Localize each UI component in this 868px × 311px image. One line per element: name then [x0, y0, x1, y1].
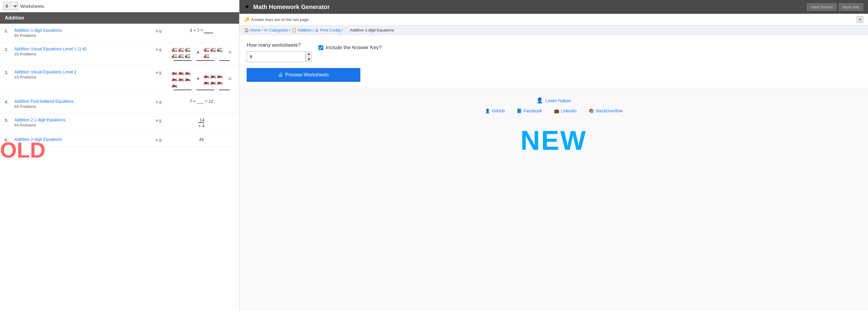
- stackoverflow-icon: 📚: [589, 109, 594, 113]
- emoji: 🏍️: [172, 69, 178, 75]
- facebook-link[interactable]: 📘 Facebook: [517, 109, 542, 113]
- user-avatar-icon: 👤: [536, 97, 543, 104]
- github-icon: 👤: [485, 109, 490, 113]
- topbar-left: ✦ Math Homework Generator: [244, 3, 330, 11]
- spinner-down-button[interactable]: ▼: [306, 57, 312, 62]
- item-preview-vertical2: 44: [168, 137, 235, 142]
- item-info: Addition Find Addend Equations 64 Proble…: [14, 99, 152, 109]
- view-source-button[interactable]: View Source: [807, 3, 837, 11]
- breadcrumb-print-config[interactable]: 🖨 Print Config: [315, 28, 340, 32]
- item-title-link[interactable]: Addition 2-digit Equations: [14, 137, 62, 142]
- item-title-link[interactable]: Addition 2-1 digit Equations: [14, 117, 65, 122]
- visual-block: 🚛 🚛 🚛 🚛 🚛 🚛 + 🚛 🚛 🚛 🚛: [172, 47, 232, 61]
- breadcrumb-sep: /: [262, 28, 263, 32]
- github-link[interactable]: 👤 GitHub: [485, 109, 505, 113]
- stackoverflow-link[interactable]: 📚 StackOverflow: [589, 109, 623, 113]
- linkedin-label: LinkedIn: [561, 109, 577, 113]
- item-title-link[interactable]: Addition Find Addend Equations: [14, 99, 74, 104]
- item-number: 3.: [5, 69, 11, 75]
- left-header: 612345 Worksheets: [0, 0, 239, 12]
- config-row: How many worksheets? ▲ ▼ Include the Ans…: [247, 42, 861, 62]
- breadcrumb-home-label: Home: [250, 28, 261, 32]
- emoji: 🏍️: [185, 76, 191, 82]
- item-info: Addition Visual Equations Level 1 (1-6) …: [14, 47, 152, 56]
- item-preview-visual2: 🏍️ 🏍️ 🏍️ 🏍️ 🏍️ 🏍️ 🏍️ + 🏍️ 🏍️: [168, 69, 235, 90]
- vertical-bottom: + 4: [198, 122, 205, 128]
- item-title-link[interactable]: Addition 1-digit Equations: [14, 28, 62, 33]
- item-preview: 3 + 7 =: [168, 28, 235, 33]
- item-preview-vertical: 14 + 4: [168, 117, 235, 128]
- user-row[interactable]: 👤 Lewis Nakao: [536, 97, 571, 104]
- linkedin-icon: 💼: [554, 109, 559, 113]
- eq-underline: [196, 90, 214, 90]
- emoji: 🏍️: [178, 69, 184, 75]
- emoji: 🚛: [178, 53, 184, 58]
- emoji: 🚛: [172, 53, 178, 58]
- worksheet-count-select[interactable]: 612345: [3, 2, 18, 10]
- preview-btn-icon: 🖨: [278, 72, 283, 78]
- list-item: 4. Addition Find Addend Equations 64 Pro…: [0, 95, 239, 113]
- emoji-group-left: 🚛 🚛 🚛 🚛 🚛 🚛: [172, 47, 192, 58]
- worksheets-count-label: How many worksheets?: [247, 42, 307, 48]
- breadcrumb-sep: /: [313, 28, 314, 32]
- linkedin-link[interactable]: 💼 LinkedIn: [554, 109, 577, 113]
- emoji: 🏍️: [185, 69, 191, 75]
- item-number: 5.: [5, 117, 11, 123]
- visual-main-row: 🚛 🚛 🚛 🚛 🚛 🚛 + 🚛 🚛 🚛 🚛: [172, 47, 232, 58]
- social-section: 👤 Lewis Nakao 👤 GitHub 📘 Facebook 💼 Link…: [240, 88, 868, 119]
- key-icon: 🔑: [244, 17, 249, 22]
- breadcrumb-current: 📄 Addition 1-digit Equations: [344, 28, 394, 32]
- breadcrumb-categories-label: Categories: [269, 28, 288, 32]
- item-problems: 64 Problems: [14, 104, 152, 109]
- answer-key-checkbox[interactable]: [318, 45, 323, 50]
- preview-worksheets-button[interactable]: 🖨 Preview Worksheets: [247, 68, 360, 82]
- vertical-top: 14: [198, 117, 205, 122]
- list-item: 2. Addition Visual Equations Level 1 (1-…: [0, 42, 239, 65]
- emoji: 🏍️: [204, 79, 210, 85]
- breadcrumb-home[interactable]: 🏠 Home: [244, 28, 261, 32]
- breadcrumb-current-label: Addition 1-digit Equations: [350, 28, 394, 32]
- item-problems: 64 Problems: [14, 33, 152, 38]
- answer-key-label: Include the Answer Key?: [326, 45, 382, 51]
- item-title-link[interactable]: Addition Visual Equations Level 2: [14, 69, 76, 74]
- item-number: 4.: [5, 99, 11, 104]
- github-label: GitHub: [492, 109, 505, 113]
- home-icon: 🏠: [244, 28, 249, 32]
- emoji: 🚛: [217, 47, 223, 52]
- eq-underline: [196, 60, 214, 61]
- app-icon: ✦: [244, 3, 250, 11]
- item-problems: 64 Problems: [14, 123, 152, 128]
- eg-label: e.g.: [156, 69, 165, 75]
- new-overlay-label: NEW: [240, 119, 868, 162]
- breadcrumb-sep: /: [342, 28, 343, 32]
- emoji: 🚛: [172, 47, 178, 52]
- worksheets-count-input[interactable]: [247, 52, 305, 61]
- plus-sign: +: [197, 76, 199, 82]
- vertical-top: 44: [199, 137, 204, 142]
- worksheets-header-label: Worksheets: [20, 4, 44, 9]
- emoji: 🚛: [204, 53, 210, 58]
- emoji: 🏍️: [217, 73, 223, 79]
- emoji: 🚛: [178, 47, 184, 52]
- eq-underlines: [174, 90, 229, 90]
- addition-icon: 📋: [291, 28, 296, 32]
- spinner-up-button[interactable]: ▲: [306, 51, 312, 57]
- count-input-wrapper: ▲ ▼: [247, 51, 307, 62]
- emoji-group-right: 🚛 🚛 🚛 🚛: [204, 47, 224, 58]
- emoji: 🚛: [204, 47, 210, 52]
- list-item: 6. Addition 2-digit Equations e.g. 44: [0, 133, 239, 147]
- vertical-eq: 44: [199, 137, 204, 142]
- facebook-icon: 📘: [517, 109, 522, 113]
- more-info-button[interactable]: More Info: [839, 3, 863, 11]
- section-header: Addition: [0, 12, 239, 24]
- breadcrumb-print-label: Print Config: [320, 28, 340, 32]
- notice-text: 🔑 Answer keys are on the last page.: [244, 17, 310, 22]
- item-title-link[interactable]: Addition Visual Equations Level 1 (1-6): [14, 47, 87, 51]
- close-notice-button[interactable]: ✕: [857, 16, 863, 23]
- topbar-right: View Source More Info: [807, 3, 863, 11]
- eg-label: e.g.: [156, 28, 165, 33]
- emoji: 🚛: [185, 47, 191, 52]
- preview-btn-label: Preview Worksheets: [285, 72, 329, 78]
- breadcrumb-categories[interactable]: 🏷 Categories: [264, 28, 288, 32]
- breadcrumb-addition[interactable]: 📋 Addition: [291, 28, 312, 32]
